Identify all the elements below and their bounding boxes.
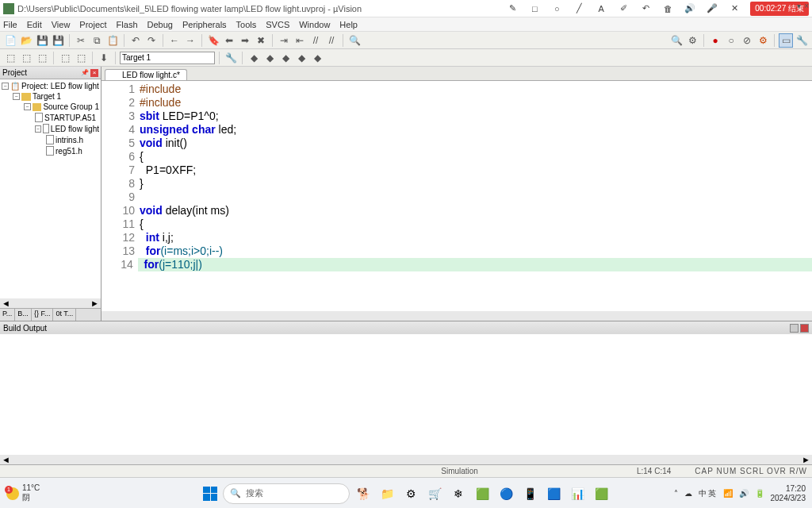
menu-peripherals[interactable]: Peripherals xyxy=(182,20,227,29)
bookmark-icon[interactable]: 🔖 xyxy=(206,33,220,48)
app-7[interactable]: 🔵 xyxy=(496,483,516,504)
pack-icon[interactable]: ◆ xyxy=(262,51,277,65)
undo-icon[interactable]: ↶ xyxy=(639,2,652,15)
bo-scroll-right[interactable]: ► xyxy=(802,455,810,464)
bo-pin-icon[interactable] xyxy=(790,324,799,333)
circle-icon[interactable]: ○ xyxy=(550,2,563,15)
tree-file[interactable]: LED flow light xyxy=(51,125,99,133)
options-icon[interactable]: ⚙ xyxy=(756,33,770,48)
indent-icon[interactable]: ⇥ xyxy=(277,33,291,48)
new-icon[interactable]: 📄 xyxy=(3,33,17,48)
app-3[interactable]: ⚙ xyxy=(400,483,421,504)
sound-icon[interactable]: 🔊 xyxy=(684,2,696,15)
project-tree[interactable]: −📋Project: LED flow light −Target 1 −Sou… xyxy=(0,79,101,298)
pencil-icon[interactable]: ✎ xyxy=(506,2,519,15)
menu-edit[interactable]: Edit xyxy=(27,20,42,29)
app-4[interactable]: 🛒 xyxy=(424,483,445,504)
app-8[interactable]: 📱 xyxy=(519,483,540,504)
tree-root[interactable]: Project: LED flow light xyxy=(21,82,99,90)
tree-file[interactable]: reg51.h xyxy=(56,147,82,156)
breakpoint-icon[interactable]: ● xyxy=(708,33,722,48)
target-select[interactable]: Target 1 xyxy=(120,52,215,64)
menu-view[interactable]: View xyxy=(52,20,71,29)
find-icon[interactable]: 🔍 xyxy=(347,33,362,48)
app-11[interactable]: 🟩 xyxy=(591,483,611,504)
app-1[interactable]: 🐕 xyxy=(353,483,373,504)
nav-back-icon[interactable]: ← xyxy=(167,33,182,48)
redo-icon[interactable]: ↷ xyxy=(144,33,159,48)
tree-file[interactable]: STARTUP.A51 xyxy=(44,114,96,122)
tray-wifi-icon[interactable]: 📶 xyxy=(723,489,733,498)
rte-icon2[interactable]: ◆ xyxy=(294,51,308,65)
bookmark-prev-icon[interactable]: ⬅ xyxy=(222,33,236,48)
uncomment-icon[interactable]: // xyxy=(324,33,339,48)
tab-functions[interactable]: {} F... xyxy=(32,309,54,321)
highlighter-icon[interactable]: ✐ xyxy=(617,2,630,15)
code-editor[interactable]: 1#include2#include3sbit LED=P1^0;4unsign… xyxy=(102,81,812,311)
start-button[interactable] xyxy=(201,484,220,503)
nav-fwd-icon[interactable]: → xyxy=(183,33,197,48)
bo-close-icon[interactable] xyxy=(800,324,809,333)
save-all-icon[interactable]: 💾 xyxy=(51,33,65,48)
weather-widget[interactable]: 1 11°C阴 xyxy=(6,483,40,503)
build-output-body[interactable] xyxy=(0,334,812,455)
trash-icon[interactable]: 🗑 xyxy=(661,2,674,15)
bo-scroll-left[interactable]: ◄ xyxy=(2,455,10,464)
window-icon[interactable]: ▭ xyxy=(779,33,793,48)
bp-kill-icon[interactable]: ⊘ xyxy=(740,33,754,48)
panel-close-icon[interactable]: × xyxy=(90,69,98,77)
rte-icon[interactable]: ◆ xyxy=(278,51,293,65)
tree-file[interactable]: intrins.h xyxy=(56,136,83,144)
scroll-right-icon[interactable]: ► xyxy=(90,298,99,308)
tree-target[interactable]: Target 1 xyxy=(33,92,61,101)
menu-help[interactable]: Help xyxy=(339,20,358,29)
app-2[interactable]: 📁 xyxy=(377,483,397,504)
app-5[interactable]: ❄ xyxy=(448,483,469,504)
paste-icon[interactable]: 📋 xyxy=(105,33,120,48)
menu-file[interactable]: File xyxy=(3,20,17,29)
build-icon[interactable]: ⚙ xyxy=(685,33,699,48)
tray-volume-icon[interactable]: 🔊 xyxy=(739,489,749,498)
text-icon[interactable]: A xyxy=(595,2,607,15)
copy-icon[interactable]: ⧉ xyxy=(90,33,104,48)
manage-icon[interactable]: ◆ xyxy=(247,51,261,65)
taskbar-search[interactable]: 🔍搜索 xyxy=(223,483,350,504)
cut-icon[interactable]: ✂ xyxy=(74,33,88,48)
tab-dropdown-icon[interactable]: ▾ xyxy=(797,2,801,10)
tab-books[interactable]: B... xyxy=(15,309,32,321)
menu-svcs[interactable]: SVCS xyxy=(266,20,289,29)
bookmark-clear-icon[interactable]: ✖ xyxy=(254,33,268,48)
editor-hscroll[interactable] xyxy=(102,311,812,321)
bookmark-next-icon[interactable]: ➡ xyxy=(238,33,252,48)
mic-icon[interactable]: 🎤 xyxy=(706,2,718,15)
open-icon[interactable]: 📂 xyxy=(19,33,33,48)
save-icon[interactable]: 💾 xyxy=(35,33,49,48)
rte-icon3[interactable]: ◆ xyxy=(310,51,324,65)
square-icon[interactable]: □ xyxy=(528,2,541,15)
download-icon[interactable]: ⬇ xyxy=(97,51,111,65)
editor-tab[interactable]: LED flow light.c* xyxy=(105,69,187,80)
tab-project[interactable]: P... xyxy=(0,309,15,321)
comment-icon[interactable]: // xyxy=(308,33,323,48)
app-6[interactable]: 🟩 xyxy=(472,483,492,504)
menu-project[interactable]: Project xyxy=(79,20,106,29)
menu-tools[interactable]: Tools xyxy=(236,20,257,29)
rebuild-icon[interactable]: ⬚ xyxy=(35,51,49,65)
translate-icon[interactable]: ⬚ xyxy=(3,51,17,65)
tray-battery-icon[interactable]: 🔋 xyxy=(755,489,764,498)
close-icon[interactable]: ✕ xyxy=(728,2,741,15)
scroll-left-icon[interactable]: ◄ xyxy=(2,298,10,308)
clock[interactable]: 17:202024/3/23 xyxy=(771,484,806,503)
build-target-icon[interactable]: ⬚ xyxy=(19,51,33,65)
undo-icon[interactable]: ↶ xyxy=(128,33,143,48)
bp-disable-icon[interactable]: ○ xyxy=(724,33,738,48)
line-icon[interactable]: ╱ xyxy=(573,2,585,15)
menu-debug[interactable]: Debug xyxy=(147,20,173,29)
tree-group[interactable]: Source Group 1 xyxy=(43,102,99,111)
menu-window[interactable]: Window xyxy=(299,20,330,29)
config-icon[interactable]: 🔧 xyxy=(795,33,809,48)
target-options-icon[interactable]: 🔧 xyxy=(224,51,238,65)
tray-onedrive-icon[interactable]: ☁ xyxy=(684,489,692,498)
tab-close-icon[interactable]: × xyxy=(804,2,809,10)
outdent-icon[interactable]: ⇤ xyxy=(293,33,307,48)
